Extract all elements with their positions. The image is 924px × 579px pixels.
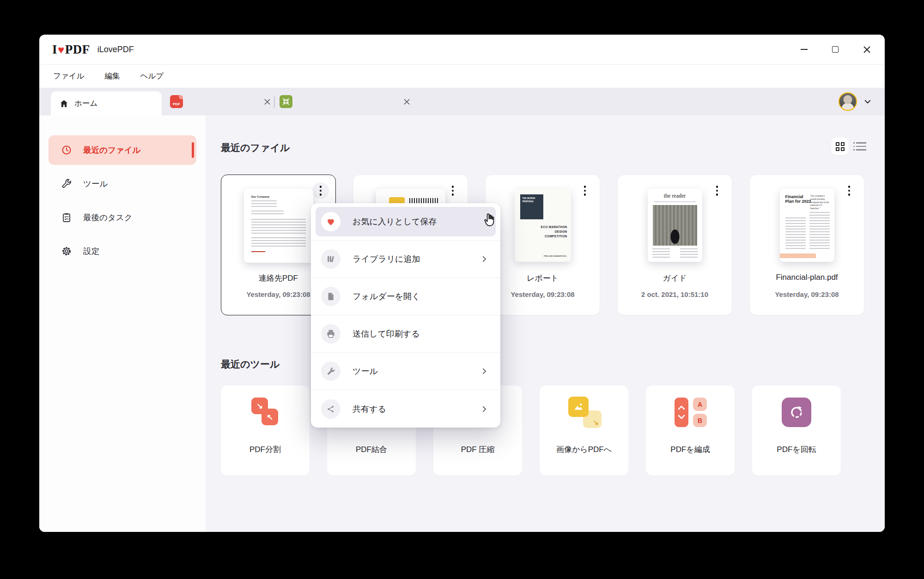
compress-icon [280, 95, 292, 108]
grid-view-button[interactable] [831, 138, 849, 155]
file-thumbnail: Our Company [244, 189, 313, 263]
recent-files-title: 最近のファイル [221, 141, 290, 154]
heart-icon [326, 217, 336, 227]
clock-icon [61, 145, 72, 156]
file-date: Yesterday, 09:23:08 [486, 290, 600, 298]
menu-item-add-to-library[interactable]: ライブラリに追加 [311, 241, 500, 278]
thumb-text: Our Company [251, 195, 306, 198]
chevron-down-icon[interactable] [863, 97, 872, 106]
split-pdf-icon: ↘ ↖ [248, 397, 283, 432]
recent-tools-title: 最近のツール [221, 358, 280, 371]
file-card-guide[interactable]: the reader ガイド 2 oct. 2021, 10:51:10 [617, 175, 732, 315]
tab-divider [274, 96, 275, 108]
file-thumbnail: the reader [648, 189, 702, 262]
menu-item-share[interactable]: 共有する [311, 390, 500, 428]
tab-compress[interactable]: PDF 圧縮 [280, 95, 413, 109]
close-icon [264, 98, 271, 105]
maximize-button[interactable] [831, 45, 839, 54]
file-name: ガイド [618, 273, 732, 283]
file-card-report[interactable]: THE DESIGN PROPOSAL ECO MARATHON DESIGN … [485, 175, 600, 315]
file-name: レポート [486, 273, 600, 283]
menu-item-label: 送信して印刷する [353, 328, 420, 339]
sidebar: 最近のファイル ツール 最後のタスク 設定 [39, 115, 206, 532]
pdf-file-icon: PDF [170, 95, 183, 108]
thumb-text: "Our company's growth primarily increase… [810, 195, 831, 211]
close-button[interactable] [863, 45, 871, 54]
menu-file[interactable]: ファイル [53, 71, 85, 81]
arrow-icon: ↖ [267, 412, 273, 422]
file-thumbnail: Financial Plan for 2022 "Our company's g… [780, 189, 834, 262]
menu-item-save-as-favorite[interactable]: お気に入りとして保存 [311, 203, 500, 241]
tool-card-image-to-pdf[interactable]: ↘ 画像からPDFへ [540, 386, 628, 476]
organize-pdf-icon: A B [673, 397, 708, 432]
sidebar-item-label: ツール [83, 178, 108, 189]
menu-help[interactable]: ヘルプ [140, 71, 164, 81]
file-card-financial-plan[interactable]: Financial Plan for 2022 "Our company's g… [749, 175, 864, 315]
sidebar-item-last-tasks[interactable]: 最後のタスク [49, 203, 196, 232]
grid-icon [836, 142, 845, 151]
kebab-menu-button[interactable] [841, 182, 857, 199]
file-icon [326, 292, 335, 301]
user-avatar[interactable] [839, 92, 857, 111]
tool-label: PDF分割 [221, 444, 310, 455]
file-name: Financial-plan.pdf [750, 273, 864, 282]
tab-strip: ホーム PDF レポート PDF 圧縮 [39, 88, 885, 115]
hand-cursor-icon [481, 211, 498, 229]
library-icon [326, 254, 336, 264]
chevron-right-icon [480, 405, 488, 413]
tab-label: ホーム [74, 98, 97, 109]
tab-close-button[interactable] [400, 95, 413, 109]
close-icon [403, 98, 410, 105]
printer-icon [326, 329, 336, 339]
tool-label: PDFを編成 [646, 444, 735, 455]
minimize-button[interactable] [800, 45, 808, 54]
menu-bar: ファイル 編集 ヘルプ [39, 65, 885, 88]
wrench-icon [326, 367, 336, 376]
app-window: I♥PDF iLovePDF ファイル 編集 ヘルプ ホーム PDF レポート [39, 35, 885, 532]
wrench-icon [61, 178, 72, 189]
menu-item-open-folder[interactable]: フォルダーを開く [311, 278, 500, 315]
list-icon [856, 142, 866, 151]
chevron-down-icon [678, 415, 685, 419]
chevron-right-icon [480, 367, 488, 375]
main-content: 最近のファイル Our Company 連絡先 [206, 115, 885, 532]
letter-a: A [698, 401, 702, 408]
thumb-text: ECO MARATHON DESIGN COMPETITION [534, 225, 567, 238]
chevron-right-icon [480, 255, 488, 263]
tab-close-button[interactable] [260, 95, 274, 109]
tool-card-split-pdf[interactable]: ↘ ↖ PDF分割 [221, 386, 310, 476]
rotate-pdf-icon [779, 397, 814, 432]
letter-b: B [698, 417, 702, 424]
menu-item-label: ライブラリに追加 [353, 253, 420, 265]
tool-card-rotate-pdf[interactable]: PDFを回転 [752, 386, 841, 476]
file-date: 2 oct. 2021, 10:51:10 [618, 290, 732, 298]
logo-text: I [52, 42, 57, 57]
arrow-icon: ↘ [593, 418, 599, 427]
menu-item-tools[interactable]: ツール [311, 353, 500, 390]
close-icon [863, 46, 871, 54]
list-view-button[interactable] [852, 138, 870, 155]
chevron-up-icon [678, 405, 685, 410]
home-icon [59, 99, 69, 109]
logo-text: PDF [65, 42, 90, 57]
menu-edit[interactable]: 編集 [105, 71, 120, 81]
kebab-menu-button[interactable] [444, 182, 461, 199]
tasks-icon [61, 212, 72, 223]
sidebar-item-label: 設定 [83, 246, 99, 257]
kebab-menu-button[interactable] [709, 182, 725, 199]
sidebar-item-tools[interactable]: ツール [49, 169, 196, 199]
tab-report[interactable]: PDF レポート [170, 95, 274, 109]
kebab-menu-button[interactable] [577, 182, 593, 199]
file-thumbnail: THE DESIGN PROPOSAL ECO MARATHON DESIGN … [515, 189, 571, 262]
context-menu: お気に入りとして保存 ライブラリに追加 フォルダーを開く 送信して印刷する ツー… [311, 203, 500, 428]
share-icon [326, 404, 335, 414]
gear-icon [61, 246, 72, 257]
arrow-icon: ↘ [256, 401, 263, 411]
sidebar-item-settings[interactable]: 設定 [49, 236, 196, 266]
menu-item-label: ツール [353, 366, 378, 377]
sidebar-item-recent-files[interactable]: 最近のファイル [49, 135, 196, 165]
tab-home[interactable]: ホーム [51, 91, 162, 115]
kebab-menu-button[interactable] [312, 182, 329, 199]
tool-card-organize-pdf[interactable]: A B PDFを編成 [646, 386, 735, 476]
menu-item-send-to-print[interactable]: 送信して印刷する [311, 315, 500, 353]
